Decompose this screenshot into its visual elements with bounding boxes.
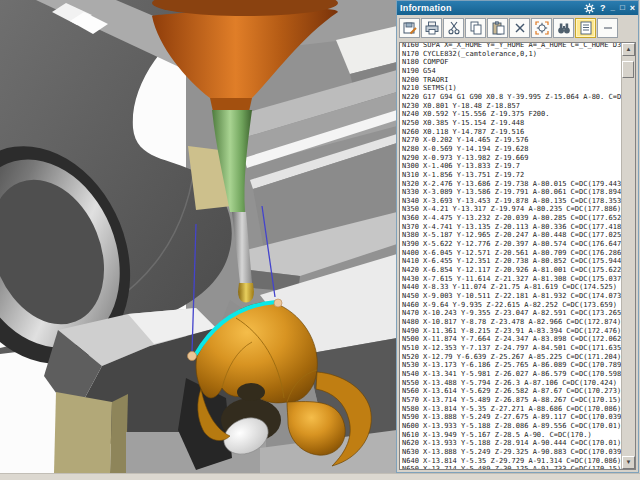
search-button[interactable] (553, 18, 574, 38)
gcode-line: N260 X0.118 Y-14.787 Z-19.516 (402, 128, 621, 137)
gcode-line: N340 X-3.693 Y-13.453 Z-19.878 A-80.135 … (402, 197, 621, 206)
list-icon (579, 21, 593, 35)
gcode-line: N250 X0.385 Y-15.154 Z-19.448 (402, 119, 621, 128)
gcode-line: N570 X-13.714 Y-5.489 Z-26.875 A-88.267 … (402, 396, 621, 405)
gcode-line: N540 X-13.341 Y-5.981 Z-26.027 A-86.579 … (402, 370, 621, 379)
close-icon[interactable]: × (630, 3, 635, 13)
copy-button[interactable] (465, 18, 486, 38)
information-window: Information ? _ □ × (396, 0, 639, 473)
help-icon[interactable]: ? (600, 3, 606, 13)
delete-button[interactable] (509, 18, 530, 38)
print-icon (425, 21, 439, 35)
cut-icon (447, 21, 461, 35)
cam-simulation-app: { "window": { "title": "Information", "t… (0, 0, 640, 480)
gcode-line: N550 X-13.488 Y-5.794 Z-26.3 A-87.106 C=… (402, 379, 621, 388)
find-icon (535, 21, 549, 35)
contact-marker-right (274, 299, 282, 307)
gcode-line: N230 X0.801 Y-18.48 Z-18.857 (402, 102, 621, 111)
delete-icon (513, 21, 527, 35)
gcode-line: N460 X-9.64 Y-9.935 Z-22.615 A-82.252 C=… (402, 301, 621, 310)
gcode-line: N530 X-13.173 Y-6.186 Z-25.765 A-86.089 … (402, 361, 621, 370)
paste-icon (491, 21, 505, 35)
gcode-line: N360 X-4.475 Y-13.232 Z-20.039 A-80.285 … (402, 214, 621, 223)
gcode-line: N510 X-12.353 Y-7.137 Z-24.797 A-84.501 … (402, 344, 621, 353)
gcode-line: N220 G17 G94 G1 G90 X0.8 Y-39.995 Z-15.0… (402, 93, 621, 102)
gcode-line: N390 X-5.622 Y-12.776 Z-20.397 A-80.574 … (402, 240, 621, 249)
gcode-line: N630 X-13.888 Y-5.249 Z-29.325 A-90.883 … (402, 448, 621, 457)
gcode-line: N170 CYCLE832(_camtolerance,0,1) (402, 50, 621, 59)
gcode-line: N560 X-13.614 Y-5.629 Z-26.582 A-87.67 C… (402, 387, 621, 396)
gcode-line: N380 X-5.187 Y-12.965 Z-20.247 A-80.448 … (402, 231, 621, 240)
gcode-line: N290 X-0.973 Y-13.982 Z-19.669 (402, 154, 621, 163)
gcode-line: N180 COMPOF (402, 58, 621, 67)
gcode-line: N240 X0.592 Y-15.556 Z-19.375 F200. (402, 110, 621, 119)
vertical-scrollbar[interactable]: ▲ ▼ (621, 43, 635, 469)
contact-marker-left (188, 352, 197, 361)
gcode-line: N280 X-0.569 Y-14.194 Z-19.628 (402, 145, 621, 154)
copy-icon (469, 21, 483, 35)
gcode-line: N160 SUPA X=_X_HOME Y=_Y_HOME A=_A_HOME … (402, 42, 621, 50)
binoculars-icon (557, 21, 571, 35)
gcode-line: N640 X-13.814 Y-5.35 Z-29.729 A-91.314 C… (402, 457, 621, 466)
gcode-line: N520 X-12.79 Y-6.639 Z-25.267 A-85.225 C… (402, 353, 621, 362)
gcode-panel: N160 SUPA X=_X_HOME Y=_Y_HOME A=_A_HOME … (399, 42, 636, 470)
gcode-line: N500 X-11.874 Y-7.664 Z-24.347 A-83.898 … (402, 335, 621, 344)
gcode-line: N400 X-6.045 Y-12.571 Z-20.561 A-80.709 … (402, 249, 621, 258)
minimize-icon[interactable]: _ (610, 3, 614, 13)
gcode-line: N450 X-9.003 Y-10.511 Z-22.181 A-81.932 … (402, 292, 621, 301)
machine-3d-viewport[interactable] (0, 0, 397, 473)
save-icon (403, 21, 417, 35)
window-title: Information (400, 3, 584, 13)
gcode-line: N420 X-6.854 Y-12.117 Z-20.926 A-81.001 … (402, 266, 621, 275)
gcode-line: N490 X-11.361 Y-8.215 Z-23.91 A-83.394 C… (402, 327, 621, 336)
scroll-down-button[interactable]: ▼ (622, 456, 635, 469)
window-controls: ? _ □ × (584, 3, 635, 14)
gcode-listing[interactable]: N160 SUPA X=_X_HOME Y=_Y_HOME A=_A_HOME … (400, 42, 621, 469)
gcode-line: N200 TRAORI (402, 76, 621, 85)
gcode-line: N600 X-13.933 Y-5.188 Z-28.086 A-89.556 … (402, 422, 621, 431)
gcode-line: N210 SETMS(1) (402, 84, 621, 93)
cut-button[interactable] (443, 18, 464, 38)
status-strip (0, 473, 640, 480)
gcode-line: N330 X-3.089 Y-13.586 Z-19.791 A-80.061 … (402, 188, 621, 197)
gcode-line: N300 X-1.406 Y-13.833 Z-19.7 (402, 162, 621, 171)
tool-tip-ball (239, 288, 254, 303)
settings-icon[interactable] (584, 3, 595, 14)
list-button[interactable] (575, 18, 596, 38)
information-titlebar[interactable]: Information ? _ □ × (397, 1, 638, 15)
gcode-line: N410 X-6.455 Y-12.351 Z-20.738 A-80.852 … (402, 257, 621, 266)
gcode-line: N320 X-2.476 Y-13.686 Z-19.738 A-80.015 … (402, 180, 621, 189)
maximize-icon[interactable]: □ (620, 3, 625, 13)
gcode-line: N190 G54 (402, 67, 621, 76)
machine-scene (0, 0, 397, 473)
find-button[interactable] (531, 18, 552, 38)
gcode-line: N480 X-10.817 Y-8.78 Z-23.478 A-82.966 C… (402, 318, 621, 327)
dash-icon (601, 21, 615, 35)
save-button[interactable] (399, 18, 420, 38)
gcode-line: N430 X-7.615 Y-11.614 Z-21.327 A-81.308 … (402, 275, 621, 284)
gcode-line: N620 X-13.933 Y-5.188 Z-28.914 A-90.444 … (402, 439, 621, 448)
gcode-line: N650 X-13.714 Y-5.489 Z-30.125 A-91.733 … (402, 465, 621, 469)
scroll-up-button[interactable]: ▲ (622, 43, 635, 56)
gcode-line: N470 X-10.243 Y-9.355 Z-23.047 A-82.591 … (402, 309, 621, 318)
gcode-line: N590 X-13.888 Y-5.249 Z-27.675 A-89.117 … (402, 413, 621, 422)
collapse-button[interactable] (597, 18, 618, 38)
scroll-thumb[interactable] (622, 61, 634, 78)
gcode-line: N310 X-1.856 Y-13.751 Z-19.72 (402, 171, 621, 180)
gcode-line: N610 X-13.949 Y-5.167 Z-28.5 A-90. C=DC(… (402, 431, 621, 440)
gcode-line: N370 X-4.741 Y-13.135 Z-20.113 A-80.336 … (402, 223, 621, 232)
paste-button[interactable] (487, 18, 508, 38)
gcode-line: N580 X-13.814 Y-5.35 Z-27.271 A-88.686 C… (402, 405, 621, 414)
gcode-line: N440 X-8.33 Y-11.074 Z-21.75 A-81.619 C=… (402, 283, 621, 292)
print-button[interactable] (421, 18, 442, 38)
information-toolbar (397, 15, 638, 41)
gcode-line: N350 X-4.21 Y-13.317 Z-19.974 A-80.235 C… (402, 205, 621, 214)
gcode-line: N270 X-0.202 Y-14.465 Z-19.576 (402, 136, 621, 145)
